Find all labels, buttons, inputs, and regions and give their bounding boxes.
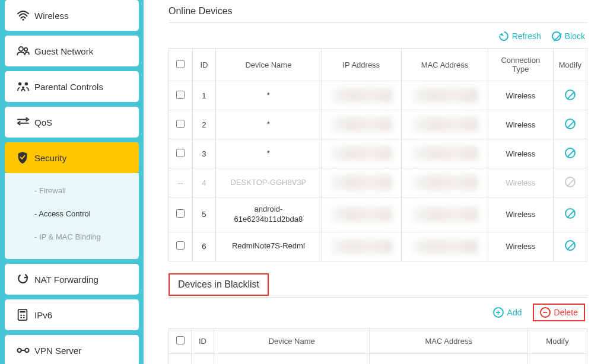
- cell-conn: Wireless: [488, 139, 554, 168]
- empty-id: --: [192, 353, 214, 364]
- table-row: 2*Wireless: [169, 110, 587, 139]
- security-submenu: - Firewall - Access Control - IP & MAC B…: [5, 173, 139, 259]
- blacklist-actions: + Add − Delete: [169, 298, 587, 328]
- ipv6-icon: [17, 308, 34, 321]
- cell-device-name: *: [216, 139, 321, 168]
- svg-point-4: [25, 82, 28, 85]
- cell-device-name: *: [216, 110, 321, 139]
- sidebar-label: Parental Controls: [34, 82, 103, 92]
- cell-modify[interactable]: [553, 81, 587, 110]
- sidebar-item-parental-controls[interactable]: Parental Controls: [5, 71, 139, 102]
- block-button[interactable]: Block: [552, 31, 585, 41]
- row-checkbox[interactable]: [176, 209, 185, 218]
- col-mac: MAC Address: [402, 49, 488, 81]
- row-checkbox[interactable]: [176, 120, 185, 128]
- cell-ip: [321, 81, 402, 110]
- cell-modify[interactable]: [553, 168, 587, 197]
- submenu-firewall[interactable]: - Firewall: [5, 179, 139, 202]
- row-checkbox[interactable]: [176, 91, 185, 99]
- cell-modify[interactable]: [553, 110, 587, 139]
- cell-mac: [402, 197, 488, 232]
- cell-id: 6: [192, 232, 216, 261]
- cell-ip: [321, 197, 402, 232]
- table-row: 1*Wireless: [169, 81, 587, 110]
- col-modify: Modify: [528, 328, 587, 353]
- sidebar-item-nat-forwarding[interactable]: NAT Forwarding: [5, 264, 139, 295]
- add-button[interactable]: + Add: [493, 304, 522, 321]
- refresh-label: Refresh: [512, 31, 541, 41]
- svg-point-9: [25, 349, 28, 352]
- block-icon[interactable]: [565, 208, 576, 219]
- sidebar-item-security[interactable]: Security: [5, 142, 139, 173]
- submenu-ip-mac-binding[interactable]: - IP & MAC Binding: [5, 225, 139, 248]
- sidebar-item-ipv6[interactable]: IPv6: [5, 299, 139, 330]
- cell-device-name: android-61e6234b11d2bda8: [216, 197, 321, 232]
- cell-modify[interactable]: [553, 197, 587, 232]
- empty-name: --: [214, 353, 370, 364]
- online-actions: Refresh Block: [169, 25, 587, 48]
- block-icon[interactable]: [565, 177, 576, 187]
- svg-point-8: [17, 349, 21, 352]
- svg-rect-6: [18, 309, 27, 320]
- cell-ip: [321, 110, 402, 139]
- cell-modify[interactable]: [553, 139, 587, 168]
- sidebar-item-qos[interactable]: QoS: [5, 107, 139, 138]
- sidebar-item-guest-network[interactable]: Guest Network: [5, 36, 139, 66]
- users-icon: [17, 46, 34, 56]
- svg-point-2: [24, 48, 27, 51]
- online-devices-table: ID Device Name IP Address MAC Address Co…: [169, 48, 587, 261]
- block-icon[interactable]: [565, 119, 576, 129]
- cell-mac: [402, 232, 488, 261]
- sidebar-item-vpn-server[interactable]: VPN Server: [5, 335, 139, 364]
- blacklist-table: ID Device Name MAC Address Modify -- -- …: [169, 328, 587, 364]
- cell-conn: Wireless: [488, 168, 554, 197]
- empty-modify: --: [528, 353, 587, 364]
- cell-ip: [321, 232, 402, 261]
- svg-rect-7: [20, 311, 25, 313]
- block-icon[interactable]: [565, 90, 576, 100]
- online-devices-title: Online Devices: [169, 0, 587, 23]
- col-conn: Connection Type: [488, 49, 554, 81]
- row-checkbox[interactable]: [176, 149, 185, 157]
- cell-device-name: DESKTOP-GGH8V3P: [216, 168, 321, 197]
- table-row-empty: -- -- -- -- --: [169, 353, 587, 364]
- cell-id: 2: [192, 110, 216, 139]
- block-label: Block: [565, 31, 585, 41]
- blacklist-title: Devices in Blacklist: [169, 273, 269, 296]
- svg-point-5: [22, 87, 24, 89]
- select-all-checkbox[interactable]: [176, 336, 185, 344]
- refresh-button[interactable]: Refresh: [499, 31, 541, 41]
- svg-point-0: [23, 19, 24, 21]
- cell-mac: [402, 139, 488, 168]
- add-label: Add: [507, 308, 522, 317]
- svg-point-1: [19, 47, 23, 51]
- refresh-icon: [497, 30, 510, 43]
- block-icon[interactable]: [565, 240, 576, 251]
- submenu-access-control[interactable]: - Access Control: [5, 202, 139, 225]
- cell-ip: [321, 139, 402, 168]
- select-all-checkbox[interactable]: [176, 60, 185, 68]
- table-row: 3*Wireless: [169, 139, 587, 168]
- col-device-name: Device Name: [214, 328, 370, 353]
- cell-id: 5: [192, 197, 216, 232]
- delete-button[interactable]: − Delete: [533, 304, 585, 321]
- col-id: ID: [192, 49, 216, 81]
- col-ip: IP Address: [321, 49, 402, 81]
- empty-cb: --: [169, 353, 192, 364]
- plus-icon: +: [493, 307, 504, 318]
- cell-device-name: RedmiNote7S-Redmi: [216, 232, 321, 261]
- qos-icon: [17, 117, 34, 127]
- cell-conn: Wireless: [488, 81, 554, 110]
- wifi-icon: [17, 10, 34, 21]
- row-checkbox[interactable]: [176, 241, 185, 250]
- block-icon[interactable]: [565, 148, 576, 158]
- table-header-row: ID Device Name IP Address MAC Address Co…: [169, 49, 587, 81]
- sidebar: Wireless Guest Network Parental Controls…: [0, 0, 144, 364]
- sidebar-item-wireless[interactable]: Wireless: [5, 0, 139, 31]
- sidebar-label: QoS: [34, 117, 52, 127]
- empty-mac: --: [370, 353, 528, 364]
- cell-modify[interactable]: [553, 232, 587, 261]
- cell-mac: [402, 168, 488, 197]
- table-row: --4DESKTOP-GGH8V3PWireless: [169, 168, 587, 197]
- shield-icon: [17, 151, 34, 164]
